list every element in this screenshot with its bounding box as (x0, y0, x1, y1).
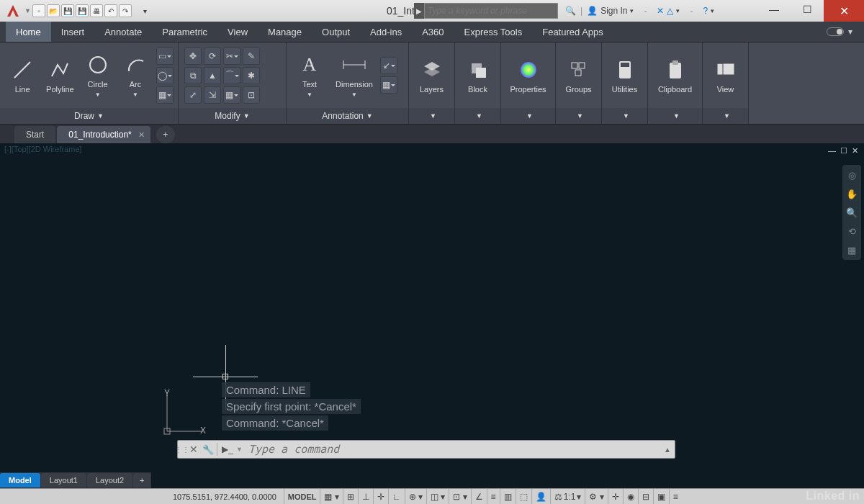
minimize-button[interactable]: — (757, 0, 791, 19)
status-selection-cycling-icon[interactable]: ⬚ (516, 489, 531, 505)
tool-move[interactable]: ✥ (184, 48, 202, 65)
tool-explode[interactable]: ✱ (243, 67, 260, 84)
cmdline-recent-icon[interactable]: ▼ (236, 446, 243, 453)
qat-undo-icon[interactable]: ↶ (104, 4, 117, 17)
tab-annotate[interactable]: Annotate (94, 22, 152, 42)
tool-circle[interactable]: Circle▼ (80, 46, 116, 105)
tool-rotate[interactable]: ⟳ (204, 48, 221, 65)
maximize-button[interactable]: ☐ (791, 0, 824, 19)
viewport-minimize-icon[interactable]: — (828, 146, 836, 156)
nav-pan-icon[interactable]: ✋ (845, 186, 859, 201)
nav-showmotion-icon[interactable]: ▦ (845, 243, 859, 257)
qat-plot-icon[interactable]: 🖶 (90, 4, 103, 17)
qat-save-icon[interactable]: 💾 (61, 4, 74, 17)
status-lineweight-icon[interactable]: ≡ (487, 489, 500, 505)
panel-clipboard-expand[interactable]: ▼ (648, 108, 702, 124)
tool-fillet[interactable]: ⌒ (223, 67, 240, 84)
search-arrow-icon[interactable]: ▶ (414, 3, 424, 19)
panel-properties-expand[interactable]: ▼ (501, 108, 555, 124)
status-coordinates[interactable]: 1075.5151, 972.4400, 0.0000 (0, 492, 284, 501)
tool-scale[interactable]: ⇲ (204, 86, 221, 104)
cmdline-customize-icon[interactable]: 🔧 (201, 444, 215, 455)
status-cleanscreen-icon[interactable]: ▣ (653, 489, 669, 505)
tool-block[interactable]: Block (459, 46, 496, 105)
tool-trim[interactable]: ✂ (223, 48, 240, 65)
panel-utilities-expand[interactable]: ▼ (602, 108, 647, 124)
drawing-canvas[interactable]: [-][Top][2D Wireframe] — ☐ ✕ Y X Command… (0, 143, 864, 488)
cmdline-expand-icon[interactable]: ▲ (660, 446, 675, 454)
status-annotation-monitor-icon[interactable]: 👤 (531, 489, 550, 505)
tool-hatch[interactable]: ▦ (156, 86, 174, 104)
tool-arc[interactable]: Arc▼ (117, 46, 153, 105)
tool-stretch[interactable]: ⤢ (184, 86, 202, 104)
ribbon-minimize[interactable]: ▾ (815, 22, 864, 42)
tool-line[interactable]: Line (4, 46, 40, 105)
help-dropdown-icon[interactable]: ▾ (711, 7, 714, 14)
status-dynamic-input-icon[interactable]: ✛ (373, 489, 388, 505)
tool-groups[interactable]: Groups (560, 46, 597, 105)
tool-table[interactable]: ▦ (380, 76, 397, 94)
viewport-close-icon[interactable]: ✕ (852, 146, 858, 156)
tool-layers[interactable]: Layers (413, 46, 450, 105)
status-snapmode-icon[interactable]: ⊞ (343, 489, 358, 505)
a360-dropdown-icon[interactable]: ▾ (676, 7, 680, 14)
signin-icon[interactable]: 👤 (587, 6, 598, 16)
tool-offset[interactable]: ⊡ (243, 86, 260, 104)
tool-array[interactable]: ▦ (223, 86, 240, 104)
status-polar-icon[interactable]: ⊕ ▾ (405, 489, 426, 505)
tab-addins[interactable]: Add-ins (360, 22, 412, 42)
doctab-start[interactable]: Start (14, 126, 55, 143)
status-grid-icon[interactable]: ▦ ▾ (320, 489, 342, 505)
panel-modify-title[interactable]: Modify▼ (179, 108, 286, 124)
layout-tab-add[interactable]: + (133, 473, 150, 487)
tab-view[interactable]: View (217, 22, 258, 42)
tool-polyline[interactable]: Polyline (42, 46, 78, 105)
tool-mirror[interactable]: ▲ (204, 67, 221, 84)
tool-view[interactable]: View (707, 46, 744, 105)
tool-properties[interactable]: Properties (505, 46, 551, 105)
panel-annotation-title[interactable]: Annotation▼ (287, 108, 408, 124)
layout-tab-layout2[interactable]: Layout2 (87, 473, 132, 487)
panel-draw-title[interactable]: Draw▼ (0, 108, 178, 124)
qat-open-icon[interactable]: 📂 (47, 4, 60, 17)
panel-view-expand[interactable]: ▼ (703, 108, 748, 124)
status-annoscale-icon[interactable]: ⚖ 1:1 ▾ (550, 489, 585, 505)
qat-new-icon[interactable]: ▫ (32, 4, 45, 17)
panel-layers-expand[interactable]: ▼ (409, 108, 454, 124)
app-menu-dropdown-icon[interactable]: ▼ (24, 7, 31, 14)
viewport-maximize-icon[interactable]: ☐ (840, 146, 847, 156)
infocenter-search-icon[interactable]: 🔍 (565, 6, 576, 16)
tool-copy[interactable]: ⧉ (184, 67, 202, 84)
tool-ellipse[interactable]: ◯ (156, 67, 174, 84)
status-ortho-icon[interactable]: ∟ (388, 489, 405, 505)
tab-express-tools[interactable]: Express Tools (454, 22, 533, 42)
tool-erase[interactable]: ✎ (243, 48, 260, 65)
signin-dropdown-icon[interactable]: ▾ (630, 7, 634, 14)
cmdline-close-icon[interactable]: ✕ (186, 444, 201, 455)
app-icon[interactable] (3, 1, 23, 21)
status-infer-icon[interactable]: ⊥ (358, 489, 373, 505)
nav-wheel-icon[interactable]: ◎ (845, 168, 859, 182)
tool-text[interactable]: A Text▼ (291, 46, 328, 105)
tab-output[interactable]: Output (312, 22, 360, 42)
a360-icon[interactable]: △ (667, 6, 673, 16)
status-transparency-icon[interactable]: ▥ (500, 489, 516, 505)
exchange-icon[interactable]: ✕ (657, 6, 664, 16)
status-isoplane-icon[interactable]: ◫ ▾ (426, 489, 449, 505)
layout-tab-model[interactable]: Model (0, 473, 40, 487)
status-isolate-icon[interactable]: ⊟ (638, 489, 653, 505)
status-workspace-icon[interactable]: ⚙ ▾ (585, 489, 607, 505)
doctab-close-icon[interactable]: ✕ (138, 130, 145, 140)
signin-button[interactable]: Sign In (600, 6, 627, 16)
tool-clipboard[interactable]: Clipboard (652, 46, 698, 105)
command-input[interactable] (246, 443, 660, 456)
nav-orbit-icon[interactable]: ⟲ (845, 224, 859, 238)
layout-tab-layout1[interactable]: Layout1 (41, 473, 86, 487)
help-icon[interactable]: ? (703, 6, 708, 16)
tool-utilities[interactable]: Utilities (606, 46, 643, 105)
status-hardware-accel-icon[interactable]: ◉ (623, 489, 638, 505)
nav-zoom-icon[interactable]: 🔍 (845, 205, 859, 220)
tool-leader[interactable]: ↙ (380, 57, 397, 74)
doctab-active[interactable]: 01_Introduction*✕ (57, 126, 150, 143)
cmdline-grip-icon[interactable]: ⋮⋮ (178, 446, 186, 454)
